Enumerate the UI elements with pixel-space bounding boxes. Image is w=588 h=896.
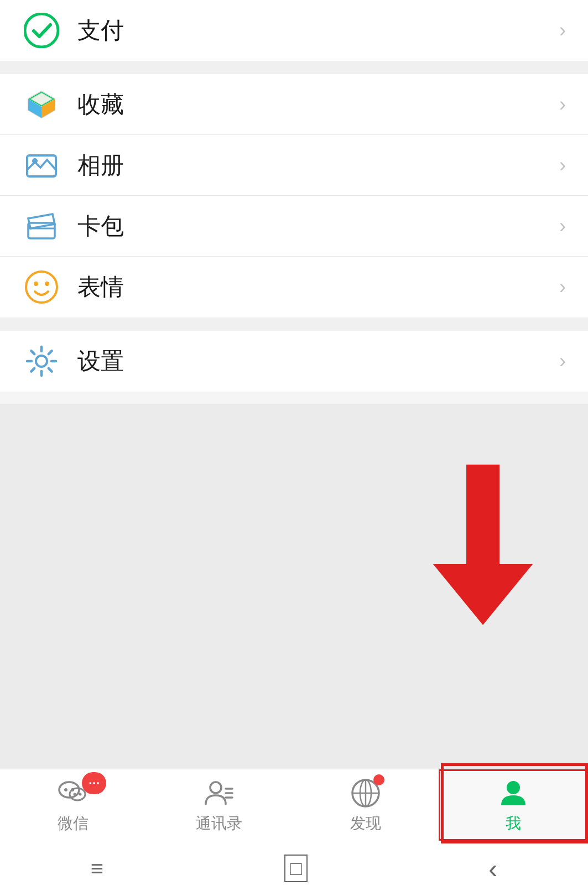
emoji-icon [22, 268, 61, 306]
menu-item-emoji[interactable]: 表情 › [0, 257, 588, 317]
svg-marker-16 [433, 564, 533, 625]
wechat-badge-text: ··· [89, 775, 100, 791]
payment-label: 支付 [77, 15, 559, 46]
discover-icon-wrap [349, 777, 382, 810]
discover-tab-label: 发现 [350, 813, 381, 834]
nav-home-button[interactable]: □ [284, 855, 308, 882]
card-chevron: › [559, 215, 566, 238]
section-settings: 设置 › [0, 331, 588, 392]
menu-item-favorites[interactable]: 收藏 › [0, 74, 588, 135]
menu-item-card[interactable]: 卡包 › [0, 196, 588, 257]
album-chevron: › [559, 154, 566, 177]
svg-rect-17 [472, 470, 494, 559]
svg-point-13 [45, 282, 49, 286]
discover-badge-dot [373, 774, 384, 785]
payment-icon [22, 11, 61, 50]
gap-1 [0, 61, 588, 74]
album-icon [22, 146, 61, 185]
contacts-icon-wrap [202, 777, 236, 810]
gap-2 [0, 317, 588, 331]
card-label: 卡包 [77, 211, 559, 242]
contacts-tab-label: 通讯录 [196, 813, 242, 834]
svg-point-12 [34, 282, 38, 286]
svg-point-0 [25, 14, 58, 47]
settings-icon [22, 342, 61, 381]
payment-chevron: › [559, 19, 566, 42]
tab-contacts[interactable]: 通讯录 [146, 769, 292, 841]
settings-chevron: › [559, 350, 566, 373]
emoji-label: 表情 [77, 272, 559, 303]
svg-point-8 [32, 158, 38, 164]
menu-item-settings[interactable]: 设置 › [0, 331, 588, 392]
wechat-badge: ··· [82, 772, 106, 794]
tab-me[interactable]: 我 [439, 769, 588, 841]
section-payment: 支付 › [0, 0, 588, 61]
svg-point-23 [79, 793, 82, 795]
menu-item-payment[interactable]: 支付 › [0, 0, 588, 61]
wechat-icon-wrap: ··· [56, 777, 90, 810]
favorites-label: 收藏 [77, 89, 559, 120]
nav-back-button[interactable]: ‹ [488, 853, 497, 884]
svg-point-11 [26, 272, 57, 303]
svg-point-19 [64, 788, 67, 791]
svg-point-14 [36, 356, 47, 367]
svg-point-32 [507, 781, 520, 794]
me-icon-wrap [497, 777, 530, 810]
tab-bar: ··· 微信 通讯录 发现 [0, 769, 588, 841]
tab-discover[interactable]: 发现 [293, 769, 439, 841]
card-icon [22, 207, 61, 246]
contacts-icon [204, 778, 235, 809]
me-icon [498, 778, 529, 809]
svg-point-22 [74, 793, 76, 795]
favorites-chevron: › [559, 93, 566, 116]
tab-wechat[interactable]: ··· 微信 [0, 769, 146, 841]
nav-menu-button[interactable]: ≡ [91, 856, 103, 881]
album-label: 相册 [77, 150, 559, 181]
wechat-tab-label: 微信 [58, 813, 89, 834]
favorites-icon [22, 85, 61, 124]
emoji-chevron: › [559, 275, 566, 299]
annotation-arrow [433, 465, 533, 631]
settings-label: 设置 [77, 346, 559, 377]
nav-bar: ≡ □ ‹ [0, 841, 588, 896]
menu-item-album[interactable]: 相册 › [0, 135, 588, 196]
menu-container: 支付 › [0, 0, 588, 392]
me-tab-label: 我 [506, 813, 521, 834]
svg-point-24 [210, 782, 221, 793]
section-group2: 收藏 › 相册 › 卡包 [0, 74, 588, 317]
